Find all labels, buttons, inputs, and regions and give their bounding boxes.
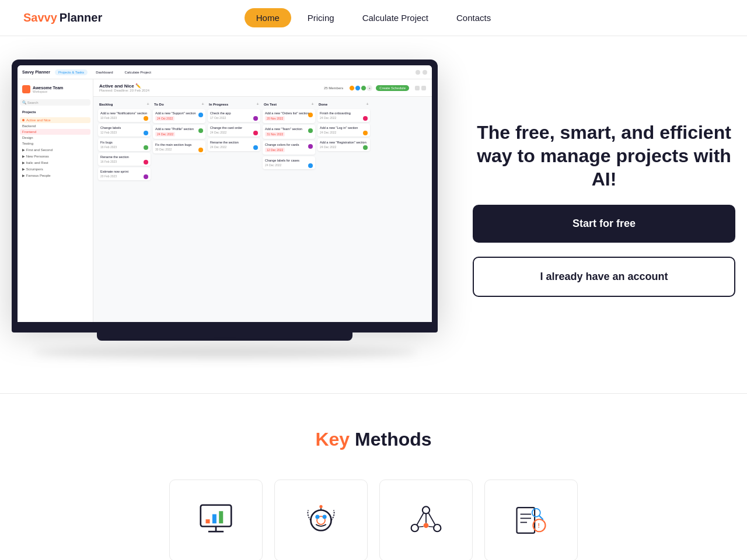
icon-grid	[415, 86, 420, 90]
icon-list	[421, 86, 426, 90]
svg-point-12	[423, 506, 430, 513]
card-8: Fix the main section bugs 30 Dec 2022	[153, 141, 205, 153]
app-logo: Savvy Planner	[22, 70, 50, 74]
card-avatar-10	[253, 131, 258, 135]
app-tab-calculate[interactable]: Calculate Project	[121, 69, 154, 75]
section-title-key-methods: Key Methods	[23, 429, 724, 450]
brand-logo[interactable]: Savvy Planner	[23, 11, 102, 24]
card-avatar-18	[363, 145, 368, 150]
card-14: Change colors for cards 12 Dec 2022	[263, 141, 315, 155]
key-methods-section: Key Methods	[0, 394, 747, 560]
method-card-3	[379, 480, 473, 560]
card-avatar-9	[253, 116, 258, 121]
nav-links: Home Pricing Calculate Project Contacts	[245, 8, 502, 27]
kanban-col-inprogress: In Progress + Check the app 17 Oct 2022	[208, 102, 260, 317]
hero-section: Savvy Planner Projects & Tasks Dashboard…	[0, 36, 747, 393]
card-13: Add a new "Team" section 31 Nov 2022	[263, 125, 315, 139]
avatar-3	[361, 85, 366, 91]
app-icon-bell	[416, 70, 420, 75]
app-icon-avatar	[423, 70, 427, 75]
key-highlight: Key	[315, 429, 350, 450]
card-17: Add a new "Log in" section 24 Dec 2022	[317, 124, 370, 136]
card-avatar-4	[144, 160, 148, 164]
kanban-col-backlog: Backlog + Add a new "Notifications" sect…	[98, 102, 151, 317]
svg-line-17	[417, 513, 423, 525]
kanban-col-ontest: On Test + Add a new "Orders list" sectio…	[263, 102, 315, 317]
svg-rect-3	[206, 519, 210, 523]
nav-link-calculate[interactable]: Calculate Project	[351, 8, 440, 27]
laptop-base	[12, 322, 438, 332]
app-content: Awesome Team Workspace 🔍 Search Projects	[18, 79, 432, 322]
sidebar-item-italic[interactable]: ▶ Italic and Rest	[20, 159, 90, 166]
col-title-inprogress: In Progress	[209, 103, 228, 106]
sidebar-item-testing[interactable]: Testing	[20, 141, 90, 146]
card-avatar-3	[144, 145, 148, 150]
svg-point-9	[323, 514, 327, 519]
sidebar-item-design[interactable]: Design	[20, 135, 90, 141]
card-10: Change the card order 24 Dec 2022	[208, 124, 260, 136]
svg-rect-5	[219, 511, 223, 523]
app-tab-projects[interactable]: Projects & Tasks	[55, 69, 88, 75]
method-icon-ai	[301, 500, 341, 541]
app-tab-dashboard[interactable]: Dashboard	[92, 69, 116, 75]
sidebar-item-frontend[interactable]: Frontend	[20, 129, 90, 135]
method-icon-chart	[196, 500, 236, 541]
method-card-4: !	[484, 480, 578, 560]
create-schedule-btn[interactable]: Create Schedule	[376, 85, 409, 91]
col-add-backlog[interactable]: +	[146, 102, 149, 107]
start-for-free-button[interactable]: Start for free	[473, 205, 735, 243]
already-have-account-button[interactable]: I already have an account	[473, 257, 735, 297]
sidebar-item-active[interactable]: Active and Nice	[20, 117, 90, 123]
method-icon-network	[406, 500, 446, 541]
sidebar-item-famous[interactable]: ▶ Famous People	[20, 172, 90, 178]
kanban-header: Active and Nice ✏️ Planned: Deadline: 20…	[93, 79, 432, 97]
methods-grid: !	[23, 480, 724, 560]
sidebar-item-personas[interactable]: ▶ New Personas	[20, 153, 90, 159]
card-7: Add a new "Profile" section 24 Dec 2022	[153, 125, 205, 139]
card-avatar-1	[144, 116, 148, 121]
kanban-columns: Backlog + Add a new "Notifications" sect…	[93, 97, 432, 322]
avatar-2	[355, 85, 361, 91]
card-11: Rename the section 24 Dec 2022	[208, 138, 260, 151]
card-avatar-8	[198, 148, 203, 152]
svg-rect-4	[212, 514, 217, 524]
svg-point-15	[424, 523, 429, 528]
brand-name-part2: Planner	[60, 11, 102, 24]
workspace-header: Awesome Team Workspace	[20, 83, 90, 96]
svg-point-8	[315, 514, 319, 519]
col-add-todo[interactable]: +	[201, 102, 204, 107]
nav-link-home[interactable]: Home	[245, 8, 291, 27]
card-9: Check the app 17 Oct 2022	[208, 109, 260, 122]
card-6: Add a new "Support" section 24 Oct 2022	[153, 109, 205, 123]
laptop-shadow	[33, 346, 417, 358]
sidebar-item-backend[interactable]: Backend	[20, 123, 90, 129]
hero-right: The free, smart, and efficient way to ma…	[461, 109, 747, 309]
card-avatar-17	[363, 131, 368, 135]
sidebar-item-scrumpers[interactable]: ▶ Scrumpers	[20, 166, 90, 172]
svg-line-18	[428, 513, 435, 525]
svg-point-11	[319, 505, 322, 508]
sidebar-search[interactable]: 🔍 Search	[20, 99, 90, 106]
methods-rest: Methods	[350, 429, 431, 450]
card-avatar-5	[144, 174, 148, 179]
method-card-2	[274, 480, 368, 560]
col-title-ontest: On Test	[264, 103, 277, 106]
navbar: Savvy Planner Home Pricing Calculate Pro…	[0, 0, 747, 36]
app-topbar: Savvy Planner Projects & Tasks Dashboard…	[18, 65, 432, 79]
method-icon-book: !	[511, 500, 551, 541]
nav-link-pricing[interactable]: Pricing	[296, 8, 346, 27]
nav-link-contacts[interactable]: Contacts	[445, 8, 502, 27]
col-add-done[interactable]: +	[366, 102, 369, 107]
svg-point-6	[311, 510, 331, 531]
laptop-mockup: Savvy Planner Projects & Tasks Dashboard…	[12, 60, 438, 358]
card-18: Add a new "Registration" section 24 Dec …	[317, 138, 370, 151]
card-12: Add a new "Orders list" section 20 Nov 2…	[263, 109, 315, 123]
col-add-ontest[interactable]: +	[311, 102, 314, 107]
card-avatar-2	[144, 131, 148, 135]
col-title-todo: To Do	[154, 103, 164, 106]
col-add-inprogress[interactable]: +	[256, 102, 259, 107]
app-sidebar: Awesome Team Workspace 🔍 Search Projects	[18, 79, 93, 322]
card-avatar-6	[198, 113, 203, 117]
svg-line-20	[428, 527, 434, 527]
sidebar-item-first[interactable]: ▶ First and Second	[20, 146, 90, 153]
